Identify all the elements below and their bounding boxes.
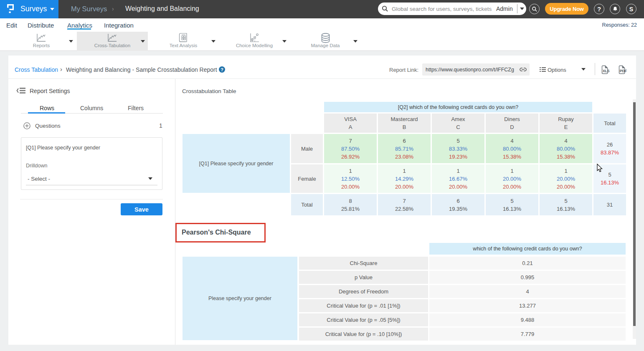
svg-text:PDF: PDF <box>620 69 627 73</box>
svg-text:XLS: XLS <box>603 69 610 73</box>
